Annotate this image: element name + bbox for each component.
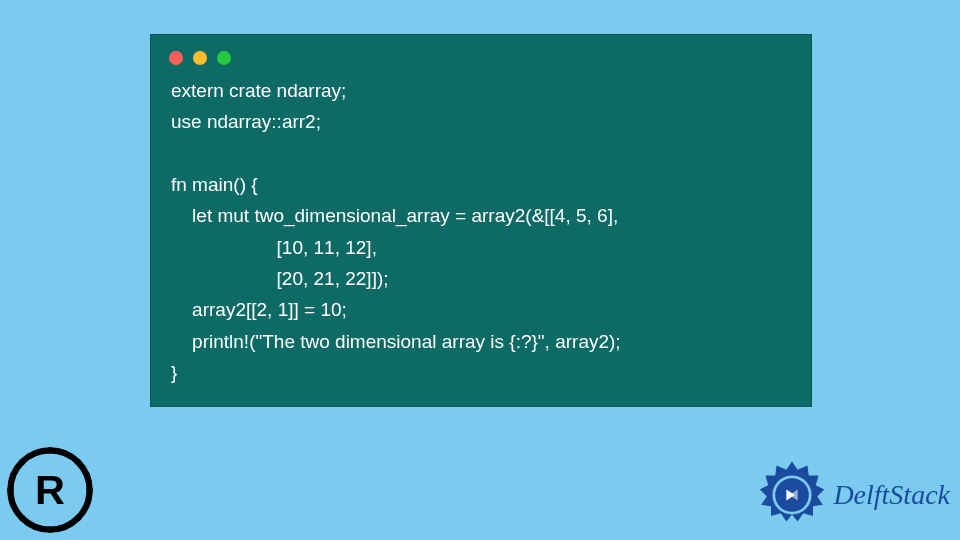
svg-point-10: [63, 450, 68, 455]
maximize-icon: [217, 51, 231, 65]
code-panel: extern crate ndarray; use ndarray::arr2;…: [150, 34, 812, 407]
svg-point-2: [47, 526, 53, 532]
svg-text:R: R: [35, 467, 65, 513]
svg-point-11: [32, 524, 37, 529]
delftstack-logo: DelftStack: [757, 460, 950, 530]
svg-point-7: [19, 515, 25, 521]
svg-point-14: [10, 503, 15, 508]
svg-point-8: [75, 515, 81, 521]
window-controls: [151, 35, 811, 75]
svg-point-3: [7, 487, 13, 493]
svg-point-1: [47, 447, 53, 453]
svg-point-5: [19, 459, 25, 465]
close-icon: [169, 51, 183, 65]
svg-point-9: [32, 450, 37, 455]
minimize-icon: [193, 51, 207, 65]
svg-point-15: [84, 472, 89, 477]
svg-point-12: [63, 524, 68, 529]
svg-point-16: [84, 503, 89, 508]
svg-point-4: [86, 487, 92, 493]
brand-name: DelftStack: [833, 479, 950, 511]
code-content: extern crate ndarray; use ndarray::arr2;…: [151, 75, 811, 388]
svg-point-13: [10, 472, 15, 477]
svg-point-6: [75, 459, 81, 465]
gear-icon: [757, 460, 827, 530]
rust-logo-icon: R: [5, 445, 95, 535]
